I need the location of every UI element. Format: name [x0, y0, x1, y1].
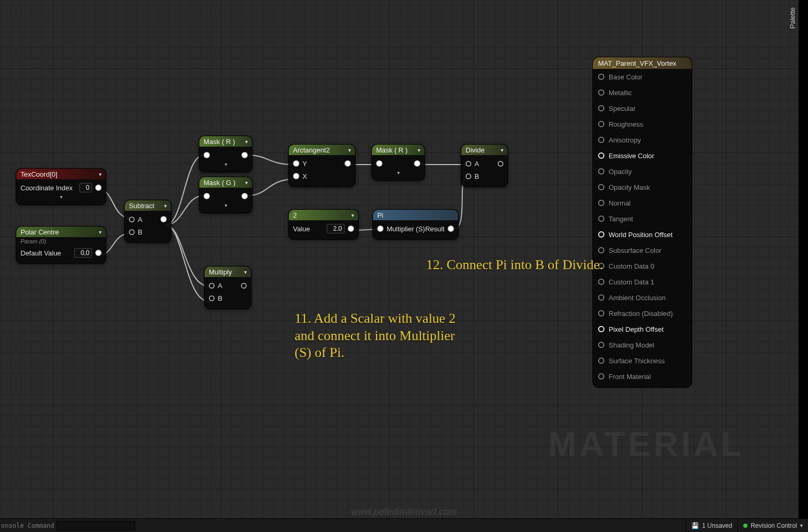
node-header[interactable]: Mask ( R ) ▾ [372, 145, 425, 155]
output-pin-row[interactable]: Custom Data 0 [593, 258, 692, 274]
chevron-down-icon[interactable]: ▾ [21, 194, 102, 200]
output-pin-row[interactable]: Subsurface Color [593, 242, 692, 258]
node-scalar-2[interactable]: 2 ▾ Value [288, 209, 359, 240]
output-pin[interactable] [95, 185, 102, 191]
chevron-down-icon[interactable]: ▾ [245, 180, 248, 186]
default-value-input[interactable] [74, 248, 92, 258]
output-pin[interactable] [498, 161, 503, 167]
node-header[interactable]: Mask ( G ) ▾ [199, 177, 252, 188]
node-header[interactable]: Divide ▾ [461, 145, 508, 155]
output-pin[interactable] [241, 283, 247, 289]
output-pin-label: Specular [609, 105, 635, 112]
node-mask-r-2[interactable]: Mask ( R ) ▾ ▾ [371, 144, 425, 181]
node-mask-r[interactable]: Mask ( R ) ▾ ▾ [199, 136, 252, 172]
input-pin-b[interactable] [129, 229, 135, 235]
output-pin-row[interactable]: Ambient Occlusion [593, 290, 692, 305]
input-pin-a[interactable] [209, 283, 215, 289]
input-pin-x[interactable] [293, 173, 299, 179]
output-pin-row[interactable]: Base Color [593, 69, 692, 85]
node-header[interactable]: Mask ( R ) ▾ [199, 136, 252, 147]
output-pin[interactable] [95, 250, 102, 256]
input-pin-y[interactable] [293, 160, 299, 167]
output-pin-row[interactable]: Refraction (Disabled) [593, 305, 692, 321]
output-pin[interactable] [241, 193, 248, 199]
output-pin-label: Tangent [609, 215, 633, 223]
input-pin-a[interactable] [129, 217, 135, 222]
output-pin[interactable] [345, 160, 351, 167]
input-pin-b[interactable] [209, 295, 215, 301]
value-input[interactable] [327, 224, 345, 233]
material-output-panel[interactable]: MAT_Parent_VFX_Vortex Base ColorMetallic… [592, 57, 692, 388]
revision-text: Revision Control [751, 522, 797, 529]
chevron-down-icon[interactable]: ▾ [376, 170, 420, 176]
node-header[interactable]: Pi [373, 210, 458, 220]
node-polar-centre[interactable]: Polar Centre ▾ Param (0) Default Value [16, 226, 106, 264]
node-pi[interactable]: Pi Multiplier (S) Result [372, 209, 459, 240]
output-pin-label: Surface Thickness [609, 357, 665, 365]
status-bar: onsole Command 💾 1 Unsaved Revision Cont… [0, 518, 808, 532]
chevron-down-icon[interactable]: ▾ [348, 147, 351, 153]
output-pin-row[interactable]: Opacity [593, 163, 692, 179]
input-pin[interactable] [204, 193, 210, 199]
output-pin-row[interactable]: Pixel Depth Offset [593, 321, 692, 337]
input-pin-b[interactable] [466, 173, 471, 179]
output-pin[interactable] [160, 216, 167, 222]
palette-tab[interactable]: Palette [789, 4, 796, 32]
node-arctangent2[interactable]: Arctangent2 ▾ Y X [288, 144, 356, 187]
output-pin-row[interactable]: Specular [593, 100, 692, 116]
node-header[interactable]: Multiply ▾ [205, 267, 251, 277]
output-pin[interactable] [241, 152, 248, 158]
pin-ring-icon [598, 216, 604, 222]
output-pin-row[interactable]: Metallic [593, 85, 692, 100]
input-pin-a[interactable] [466, 161, 471, 167]
output-pin-row[interactable]: Custom Data 1 [593, 274, 692, 290]
node-divide[interactable]: Divide ▾ A B [461, 144, 508, 187]
chevron-down-icon[interactable]: ▾ [245, 139, 248, 145]
node-subtract[interactable]: Subtract ▾ A B [124, 200, 171, 243]
chevron-down-icon[interactable]: ▾ [164, 203, 167, 209]
chevron-down-icon[interactable]: ▾ [204, 161, 248, 168]
chevron-down-icon[interactable]: ▾ [418, 147, 420, 153]
output-pin-row[interactable]: Front Material [593, 369, 692, 384]
console-input[interactable] [56, 521, 135, 530]
input-pin[interactable] [204, 152, 210, 158]
output-pin[interactable] [448, 226, 454, 232]
node-header[interactable]: TexCoord[0] ▾ [16, 169, 106, 179]
pin-ring-icon [598, 231, 604, 238]
pin-label: B [138, 228, 143, 236]
output-pin-label: Emissive Color [609, 152, 654, 160]
node-header[interactable]: Arctangent2 ▾ [289, 145, 355, 155]
chevron-down-icon[interactable]: ▾ [204, 202, 248, 209]
output-pin-row[interactable]: Surface Thickness [593, 353, 692, 369]
output-pin-row[interactable]: Shading Model [593, 337, 692, 353]
output-pin-row[interactable]: Normal [593, 195, 692, 211]
node-header[interactable]: Polar Centre ▾ [16, 227, 106, 237]
disk-icon: 💾 [691, 522, 699, 529]
revision-control-chip[interactable]: Revision Control ▾ [738, 519, 808, 532]
node-multiply[interactable]: Multiply ▾ A B [204, 266, 251, 309]
chevron-down-icon[interactable]: ▾ [99, 171, 102, 177]
output-pin-row[interactable]: World Position Offset [593, 227, 692, 242]
output-pin[interactable] [414, 160, 420, 167]
output-pin-row[interactable]: Roughness [593, 116, 692, 132]
node-header[interactable]: Subtract ▾ [125, 200, 171, 211]
output-pin-row[interactable]: Opacity Mask [593, 179, 692, 195]
value-label: Value [293, 225, 310, 233]
node-header[interactable]: 2 ▾ [289, 210, 358, 220]
input-pin-multiplier[interactable] [377, 226, 383, 232]
node-texcoord[interactable]: TexCoord[0] ▾ Coordinate Index ▾ [16, 168, 106, 205]
coord-index-input[interactable] [79, 183, 92, 192]
unsaved-chip[interactable]: 💾 1 Unsaved [685, 519, 738, 532]
output-pin[interactable] [348, 226, 354, 232]
node-title: Mask ( R ) [376, 146, 408, 154]
node-mask-g[interactable]: Mask ( G ) ▾ ▾ [199, 177, 252, 213]
output-pin-row[interactable]: Tangent [593, 211, 692, 227]
output-pin-row[interactable]: Anisotropy [593, 132, 692, 148]
default-value-label: Default Value [21, 249, 61, 257]
chevron-down-icon[interactable]: ▾ [351, 212, 354, 218]
chevron-down-icon[interactable]: ▾ [99, 229, 102, 235]
output-pin-row[interactable]: Emissive Color [593, 148, 692, 163]
chevron-down-icon[interactable]: ▾ [244, 269, 247, 275]
input-pin[interactable] [376, 160, 382, 167]
chevron-down-icon[interactable]: ▾ [501, 147, 503, 153]
